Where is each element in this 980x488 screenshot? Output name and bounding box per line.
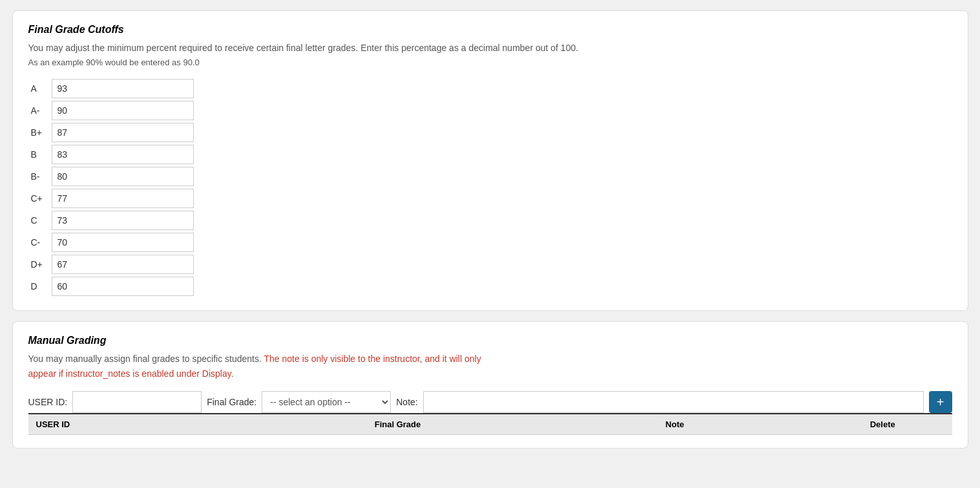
- grade-label: C+: [28, 187, 49, 209]
- grade-input-Cplus[interactable]: [52, 189, 194, 208]
- grade-row: C: [28, 209, 209, 231]
- grade-label: C: [28, 209, 49, 231]
- final-grade-cutoffs-description1: You may adjust the minimum percent requi…: [28, 41, 952, 55]
- manual-grading-card: Manual Grading You may manually assign f…: [12, 321, 968, 449]
- table-header-final-grade: Final Grade: [259, 414, 536, 435]
- add-button[interactable]: +: [929, 391, 952, 413]
- manual-grading-title: Manual Grading: [28, 335, 952, 346]
- grade-input-C[interactable]: [52, 211, 194, 230]
- grade-input-Bminus[interactable]: [52, 167, 194, 186]
- grade-input-Bplus[interactable]: [52, 123, 194, 142]
- grade-row: C-: [28, 231, 209, 253]
- final-grade-label: Final Grade:: [207, 397, 256, 407]
- user-id-input[interactable]: [72, 391, 202, 413]
- final-grade-select[interactable]: -- select an option --AA-B+BB-C+CC-D+DF: [262, 391, 391, 413]
- grade-row: B: [28, 143, 209, 165]
- grade-input-B[interactable]: [52, 145, 194, 164]
- grade-row: B-: [28, 165, 209, 187]
- grade-label: B-: [28, 165, 49, 187]
- grade-label: C-: [28, 231, 49, 253]
- grade-input-Dplus[interactable]: [52, 255, 194, 274]
- grade-label: D+: [28, 253, 49, 275]
- grade-label: B+: [28, 122, 49, 143]
- page-container: Final Grade Cutoffs You may adjust the m…: [12, 10, 968, 449]
- grade-row: A: [28, 78, 209, 100]
- grade-input-A[interactable]: [52, 79, 194, 98]
- final-grade-cutoffs-description2: As an example 90% would be entered as 90…: [28, 58, 952, 67]
- grade-row: D+: [28, 253, 209, 275]
- note-label: Note:: [396, 397, 417, 407]
- grade-label: A-: [28, 100, 49, 122]
- manual-grading-table-header-row: USER ID Final Grade Note Delete: [28, 414, 952, 435]
- user-id-label: USER ID:: [28, 397, 68, 407]
- table-header-delete: Delete: [813, 414, 952, 435]
- manual-grading-description: You may manually assign final grades to …: [28, 352, 952, 381]
- grade-row: A-: [28, 100, 209, 122]
- grade-input-D[interactable]: [52, 277, 194, 296]
- table-header-user-id: USER ID: [28, 414, 260, 435]
- grade-label: D: [28, 275, 49, 297]
- grade-label: A: [28, 78, 49, 100]
- grade-label: B: [28, 143, 49, 165]
- final-grade-cutoffs-card: Final Grade Cutoffs You may adjust the m…: [12, 10, 968, 311]
- table-header-note: Note: [536, 414, 813, 435]
- grade-row: D: [28, 275, 209, 297]
- grade-row: B+: [28, 122, 209, 143]
- manual-grading-table: USER ID Final Grade Note Delete: [28, 413, 952, 435]
- final-grade-cutoffs-title: Final Grade Cutoffs: [28, 24, 952, 36]
- grade-input-Cminus[interactable]: [52, 233, 194, 252]
- grade-row: C+: [28, 187, 209, 209]
- grade-input-Aminus[interactable]: [52, 101, 194, 120]
- grade-cutoffs-table: AA-B+BB-C+CC-D+D: [28, 78, 209, 297]
- note-input[interactable]: [423, 391, 924, 413]
- manual-grading-form: USER ID: Final Grade: -- select an optio…: [28, 391, 952, 413]
